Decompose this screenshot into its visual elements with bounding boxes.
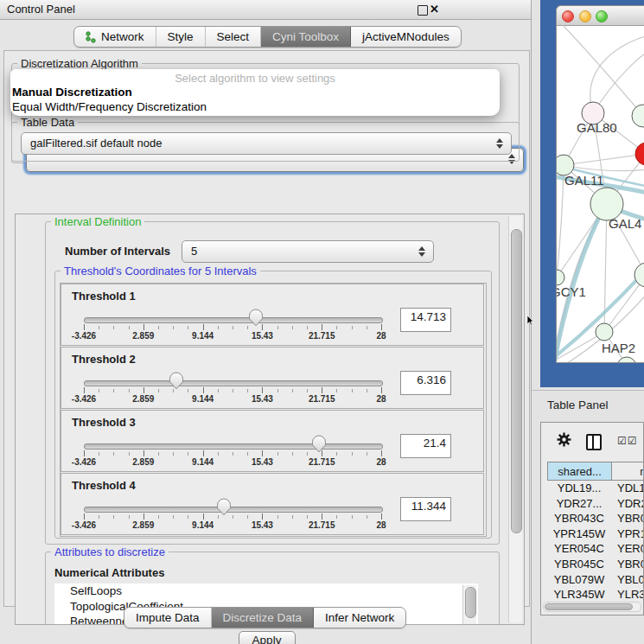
tick-label: 15.43 <box>240 394 284 404</box>
group-title: Table Data <box>17 116 78 129</box>
number-of-intervals-combo[interactable]: 5 <box>182 240 434 263</box>
threshold-value-field[interactable]: 21.4 <box>400 434 451 458</box>
network-view-frame: GAL80 GA GAL11 C GAL4 GCY1 H HAP2 <box>540 0 644 387</box>
cell-shared-name: YDR27... <box>547 497 611 513</box>
table-row[interactable]: YBR045CYBR0 <box>547 558 644 573</box>
tick-label: 28 <box>360 457 403 467</box>
tick-label: 2.859 <box>122 394 165 404</box>
slider-thumb[interactable] <box>169 372 184 390</box>
tab-style[interactable]: Style <box>156 27 206 47</box>
threshold-panel: Threshold 4 -3.4262.8599.14415.4321.7152… <box>61 473 484 535</box>
threshold-value-field[interactable]: 11.344 <box>400 497 451 521</box>
cell-name: YBL0 <box>611 573 644 589</box>
tick-label: 21.715 <box>300 394 343 404</box>
tab-label: Network <box>101 30 144 43</box>
popup-option-manual[interactable]: Manual Discretization <box>12 86 132 99</box>
tab-network[interactable]: Network <box>74 27 156 47</box>
cell-shared-name: YPR145W <box>547 527 611 543</box>
slider-ticks: -3.4262.8599.14415.4321.71528 <box>84 324 382 341</box>
slider-thumb[interactable] <box>311 435 327 453</box>
list-scrollbar[interactable] <box>462 585 476 625</box>
table-row[interactable]: YPR145WYPR1 <box>547 527 644 543</box>
table-row[interactable]: YBR043CYBR0 <box>547 512 644 527</box>
tab-select[interactable]: Select <box>206 27 262 47</box>
cell-name: YDL1 <box>611 481 644 497</box>
table-row[interactable]: YER054CYER0 <box>547 542 644 558</box>
cell-shared-name: YBL079W <box>547 573 611 589</box>
close-window-icon[interactable]: ✕ <box>430 3 439 16</box>
network-view[interactable]: GAL80 GA GAL11 C GAL4 GCY1 H HAP2 <box>557 25 644 362</box>
slider-thumb[interactable] <box>216 498 232 516</box>
slider-track[interactable] <box>84 507 383 513</box>
slider-track[interactable] <box>84 443 383 450</box>
tab-discretize-data[interactable]: Discretize Data <box>212 608 315 628</box>
threshold-value-field[interactable]: 14.713 <box>400 308 451 332</box>
column-header-shared[interactable]: shared... <box>547 462 612 481</box>
table-row[interactable]: YDL19...YDL1 <box>547 481 644 497</box>
minimize-traffic-light[interactable] <box>579 10 591 22</box>
tick-label: 2.859 <box>122 331 165 341</box>
slider-thumb[interactable] <box>248 309 264 327</box>
threshold-label: Threshold 1 <box>72 290 136 303</box>
cell-name: YBR0 <box>611 558 644 573</box>
network-node <box>617 357 636 362</box>
tick-label: 28 <box>360 394 403 404</box>
table-row[interactable]: YDR27...YDR2 <box>547 497 644 513</box>
network-node <box>557 270 564 285</box>
attribute-list-item[interactable]: SelfLoops <box>54 583 478 599</box>
thresholds-group: Threshold's Coordinates for 5 Intervals … <box>54 271 492 539</box>
tick-label: -3.426 <box>62 457 105 467</box>
float-window-icon[interactable] <box>418 5 428 16</box>
cell-name: YER0 <box>611 542 644 558</box>
network-window-titlebar <box>557 6 644 26</box>
slider-track[interactable] <box>84 380 383 386</box>
select-columns-icon[interactable]: ☑☑ <box>617 435 638 447</box>
zoom-traffic-light[interactable] <box>596 10 608 22</box>
node-label: GCY1 <box>557 284 586 299</box>
popup-option-equal-width[interactable]: Equal Width/Frequency Discretization <box>12 100 207 113</box>
popup-hint: Select algorithm to view settings <box>10 72 500 85</box>
network-node <box>596 323 613 341</box>
tab-infer-network[interactable]: Infer Network <box>314 608 405 628</box>
table-header: shared... na <box>547 462 644 481</box>
column-header-name[interactable]: na <box>612 462 644 481</box>
cell-shared-name: YDL19... <box>547 481 611 497</box>
close-traffic-light[interactable] <box>562 10 574 22</box>
threshold-label: Threshold 3 <box>72 416 136 429</box>
network-node <box>632 105 644 127</box>
threshold-panel: Threshold 2 -3.4262.8599.14415.4321.7152… <box>61 347 484 409</box>
cell-name: YDR2 <box>611 497 644 513</box>
gear-icon[interactable] <box>557 432 571 447</box>
cell-name: YPR1 <box>611 527 644 543</box>
group-title: Discretization Algorithm <box>17 57 142 70</box>
table-panel: ☑☑ shared... na YDL19...YDL1YDR27...YDR2… <box>540 422 644 615</box>
column-layout-icon[interactable] <box>586 434 602 450</box>
main-scrollbar[interactable] <box>508 216 522 622</box>
cyni-toolbox-panel: Discretization Algorithm Table Data galF… <box>3 50 530 607</box>
tick-label: 21.715 <box>300 331 343 341</box>
threshold-panel: Threshold 3 -3.4262.8599.14415.4321.7152… <box>61 410 484 472</box>
window-title: Control Panel <box>7 3 75 16</box>
tick-label: 28 <box>360 520 403 530</box>
network-icon <box>86 31 96 43</box>
tab-jactivemnodules[interactable]: jActiveMNodules <box>351 27 461 47</box>
slider-track[interactable] <box>84 317 383 323</box>
bottom-tab-bar: Impute Data Discretize Data Infer Networ… <box>124 607 406 628</box>
control-panel-titlebar: Control Panel ✕ <box>0 0 531 20</box>
combo-arrows-icon <box>418 245 425 258</box>
control-panel-window: Control Panel ✕ Network Style Select Cyn… <box>0 0 532 644</box>
node-label: GAL4 <box>609 216 641 231</box>
table-data-combo[interactable]: galFiltered.sif default node <box>21 132 512 155</box>
table-hscrollbar[interactable] <box>543 602 641 612</box>
panel-divider <box>532 390 644 391</box>
apply-button[interactable]: Apply <box>239 631 296 644</box>
number-of-intervals-label: Number of Intervals <box>65 245 170 258</box>
tab-impute-data[interactable]: Impute Data <box>124 608 212 628</box>
cell-name: YBR0 <box>611 512 644 527</box>
table-row[interactable]: YBL079WYBL0 <box>547 573 644 589</box>
tab-cyni-toolbox[interactable]: Cyni Toolbox <box>261 27 351 47</box>
tick-label: 15.43 <box>240 520 284 530</box>
threshold-value-field[interactable]: 6.316 <box>400 371 451 395</box>
slider-ticks: -3.4262.8599.14415.4321.71528 <box>84 387 382 405</box>
tick-label: -3.426 <box>62 520 105 530</box>
